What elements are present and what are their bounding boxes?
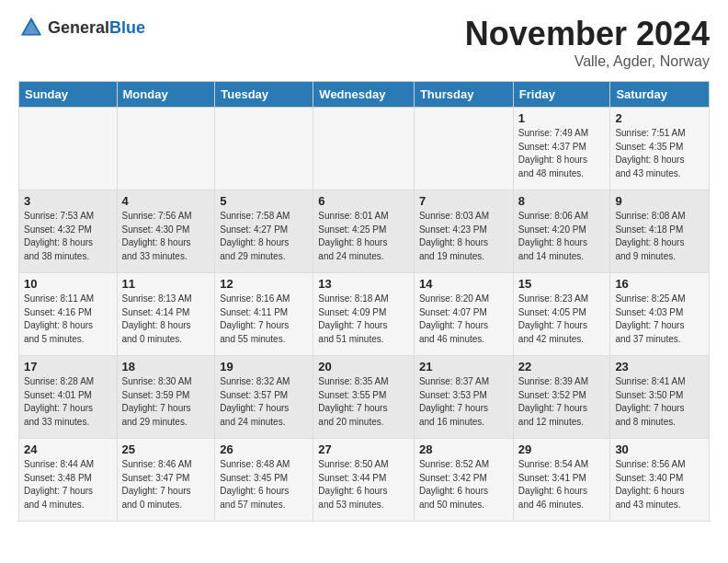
week-row-2: 3Sunrise: 7:53 AM Sunset: 4:32 PM Daylig… [19,190,710,273]
day-number: 3 [24,194,112,208]
header-col-friday: Friday [513,82,610,108]
day-cell: 22Sunrise: 8:39 AM Sunset: 3:52 PM Dayli… [513,356,610,439]
day-number: 29 [518,442,606,456]
day-number: 1 [518,111,606,125]
day-info: Sunrise: 8:23 AM Sunset: 4:05 PM Dayligh… [518,293,606,346]
day-cell: 6Sunrise: 8:01 AM Sunset: 4:25 PM Daylig… [313,190,415,273]
logo-text: GeneralBlue [48,18,145,38]
day-cell: 10Sunrise: 8:11 AM Sunset: 4:16 PM Dayli… [19,273,118,356]
day-cell: 30Sunrise: 8:56 AM Sunset: 3:40 PM Dayli… [610,439,710,522]
day-info: Sunrise: 8:03 AM Sunset: 4:23 PM Dayligh… [419,210,508,263]
day-number: 27 [318,442,409,456]
day-number: 24 [24,442,112,456]
day-info: Sunrise: 8:50 AM Sunset: 3:44 PM Dayligh… [318,458,409,511]
day-info: Sunrise: 8:20 AM Sunset: 4:07 PM Dayligh… [419,293,508,346]
week-row-4: 17Sunrise: 8:28 AM Sunset: 4:01 PM Dayli… [19,356,710,439]
day-cell: 4Sunrise: 7:56 AM Sunset: 4:30 PM Daylig… [117,190,215,273]
day-cell [19,108,118,190]
header-col-thursday: Thursday [414,82,513,108]
day-number: 2 [615,111,704,125]
day-cell [215,108,313,190]
day-info: Sunrise: 8:18 AM Sunset: 4:09 PM Dayligh… [318,293,409,346]
day-number: 26 [220,442,308,456]
calendar-title: November 2024 [465,15,710,53]
day-cell: 25Sunrise: 8:46 AM Sunset: 3:47 PM Dayli… [117,439,215,522]
day-number: 23 [615,360,704,373]
day-number: 20 [318,360,409,373]
day-info: Sunrise: 7:56 AM Sunset: 4:30 PM Dayligh… [122,210,210,263]
day-number: 5 [220,194,308,208]
header-row: SundayMondayTuesdayWednesdayThursdayFrid… [19,82,710,108]
week-row-5: 24Sunrise: 8:44 AM Sunset: 3:48 PM Dayli… [19,439,710,522]
day-number: 9 [615,194,704,208]
page-header: GeneralBlue November 2024 Valle, Agder, … [18,15,710,70]
header-col-saturday: Saturday [610,82,710,108]
day-info: Sunrise: 8:25 AM Sunset: 4:03 PM Dayligh… [615,293,704,346]
day-number: 18 [122,360,210,373]
day-cell: 7Sunrise: 8:03 AM Sunset: 4:23 PM Daylig… [414,190,513,273]
day-info: Sunrise: 8:16 AM Sunset: 4:11 PM Dayligh… [220,293,308,346]
header-col-monday: Monday [117,82,215,108]
calendar-table: SundayMondayTuesdayWednesdayThursdayFrid… [18,81,710,522]
calendar-body: 1Sunrise: 7:49 AM Sunset: 4:37 PM Daylig… [19,108,710,522]
day-cell: 13Sunrise: 8:18 AM Sunset: 4:09 PM Dayli… [313,273,415,356]
day-info: Sunrise: 8:52 AM Sunset: 3:42 PM Dayligh… [419,458,508,511]
day-info: Sunrise: 8:13 AM Sunset: 4:14 PM Dayligh… [122,293,210,346]
calendar-header: SundayMondayTuesdayWednesdayThursdayFrid… [19,82,710,108]
day-info: Sunrise: 7:49 AM Sunset: 4:37 PM Dayligh… [518,127,606,180]
day-info: Sunrise: 8:08 AM Sunset: 4:18 PM Dayligh… [615,210,704,263]
day-number: 21 [419,360,508,373]
day-cell: 8Sunrise: 8:06 AM Sunset: 4:20 PM Daylig… [513,190,610,273]
day-cell: 28Sunrise: 8:52 AM Sunset: 3:42 PM Dayli… [414,439,513,522]
day-cell: 18Sunrise: 8:30 AM Sunset: 3:59 PM Dayli… [117,356,215,439]
day-cell: 26Sunrise: 8:48 AM Sunset: 3:45 PM Dayli… [215,439,313,522]
day-cell: 1Sunrise: 7:49 AM Sunset: 4:37 PM Daylig… [513,108,610,190]
day-cell: 27Sunrise: 8:50 AM Sunset: 3:44 PM Dayli… [313,439,415,522]
day-info: Sunrise: 8:30 AM Sunset: 3:59 PM Dayligh… [122,375,210,429]
day-cell: 14Sunrise: 8:20 AM Sunset: 4:07 PM Dayli… [414,273,513,356]
day-cell: 20Sunrise: 8:35 AM Sunset: 3:55 PM Dayli… [313,356,415,439]
day-info: Sunrise: 8:41 AM Sunset: 3:50 PM Dayligh… [615,375,704,429]
day-number: 19 [220,360,308,373]
day-number: 28 [419,442,508,456]
day-cell [117,108,215,190]
day-number: 8 [518,194,606,208]
day-info: Sunrise: 8:56 AM Sunset: 3:40 PM Dayligh… [615,458,704,511]
day-info: Sunrise: 8:35 AM Sunset: 3:55 PM Dayligh… [318,375,409,429]
day-number: 14 [419,277,508,291]
day-number: 13 [318,277,409,291]
day-info: Sunrise: 8:54 AM Sunset: 3:41 PM Dayligh… [518,458,606,511]
logo-icon [18,15,44,40]
week-row-3: 10Sunrise: 8:11 AM Sunset: 4:16 PM Dayli… [19,273,710,356]
day-number: 16 [615,277,704,291]
day-info: Sunrise: 8:28 AM Sunset: 4:01 PM Dayligh… [24,375,112,429]
header-col-wednesday: Wednesday [313,82,415,108]
calendar-location: Valle, Agder, Norway [465,53,710,70]
day-info: Sunrise: 8:39 AM Sunset: 3:52 PM Dayligh… [518,375,606,429]
day-cell: 12Sunrise: 8:16 AM Sunset: 4:11 PM Dayli… [215,273,313,356]
logo-general: General [48,18,109,38]
day-cell: 3Sunrise: 7:53 AM Sunset: 4:32 PM Daylig… [19,190,118,273]
day-number: 30 [615,442,704,456]
day-cell: 21Sunrise: 8:37 AM Sunset: 3:53 PM Dayli… [414,356,513,439]
day-number: 25 [122,442,210,456]
week-row-1: 1Sunrise: 7:49 AM Sunset: 4:37 PM Daylig… [19,108,710,190]
day-cell [414,108,513,190]
day-cell: 29Sunrise: 8:54 AM Sunset: 3:41 PM Dayli… [513,439,610,522]
day-info: Sunrise: 8:32 AM Sunset: 3:57 PM Dayligh… [220,375,308,429]
day-number: 15 [518,277,606,291]
day-cell: 17Sunrise: 8:28 AM Sunset: 4:01 PM Dayli… [19,356,118,439]
day-info: Sunrise: 8:06 AM Sunset: 4:20 PM Dayligh… [518,210,606,263]
day-cell: 16Sunrise: 8:25 AM Sunset: 4:03 PM Dayli… [610,273,710,356]
day-info: Sunrise: 8:37 AM Sunset: 3:53 PM Dayligh… [419,375,508,429]
logo: GeneralBlue [18,15,145,40]
day-info: Sunrise: 7:58 AM Sunset: 4:27 PM Dayligh… [220,210,308,263]
day-cell: 11Sunrise: 8:13 AM Sunset: 4:14 PM Dayli… [117,273,215,356]
day-info: Sunrise: 8:46 AM Sunset: 3:47 PM Dayligh… [122,458,210,511]
day-cell: 24Sunrise: 8:44 AM Sunset: 3:48 PM Dayli… [19,439,118,522]
day-cell: 5Sunrise: 7:58 AM Sunset: 4:27 PM Daylig… [215,190,313,273]
day-cell: 9Sunrise: 8:08 AM Sunset: 4:18 PM Daylig… [610,190,710,273]
logo-blue: Blue [109,18,145,38]
day-cell: 15Sunrise: 8:23 AM Sunset: 4:05 PM Dayli… [513,273,610,356]
day-number: 17 [24,360,112,373]
